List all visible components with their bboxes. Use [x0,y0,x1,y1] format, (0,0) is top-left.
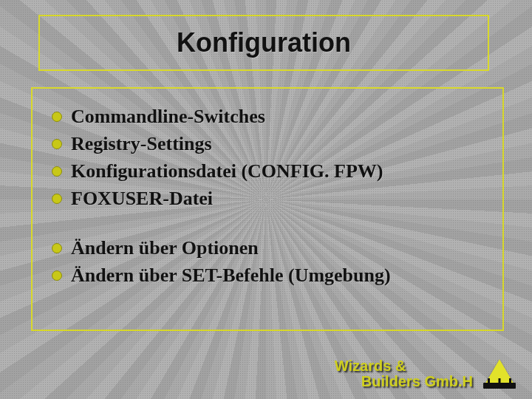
list-item: Ändern über Optionen [49,235,486,261]
list-item-text: Commandline-Switches [71,106,265,127]
list-item-text: FOXUSER-Datei [71,188,213,209]
list-item: Commandline-Switches [49,103,486,129]
list-spacer [49,213,486,235]
list-item-text: Ändern über Optionen [71,237,259,259]
list-item: Registry-Settings [49,131,486,157]
slide-title: Konfiguration [177,27,351,58]
bullet-list-1: Commandline-Switches Registry-Settings K… [49,103,486,211]
content-container: Commandline-Switches Registry-Settings K… [31,87,504,331]
list-item-text: Registry-Settings [71,133,212,154]
list-item: FOXUSER-Datei [49,185,486,211]
list-item-text: Ändern über SET-Befehle (Umgebung) [71,265,391,286]
list-item: Ändern über SET-Befehle (Umgebung) [49,262,486,288]
title-container: Konfiguration [38,15,489,71]
footer-line2: Builders Gmb.H [335,374,473,389]
list-item-text: Konfigurationsdatei (CONFIG. FPW) [71,160,383,182]
list-item: Konfigurationsdatei (CONFIG. FPW) [49,158,486,184]
bullet-list-2: Ändern über Optionen Ändern über SET-Bef… [49,235,486,288]
footer-line1: Wizards & [335,358,406,374]
footer-company: Wizards & Builders Gmb.H [335,358,473,389]
footer: Wizards & Builders Gmb.H [335,356,517,392]
company-logo-icon [482,356,517,392]
slide: Konfiguration Commandline-Switches Regis… [0,0,532,399]
